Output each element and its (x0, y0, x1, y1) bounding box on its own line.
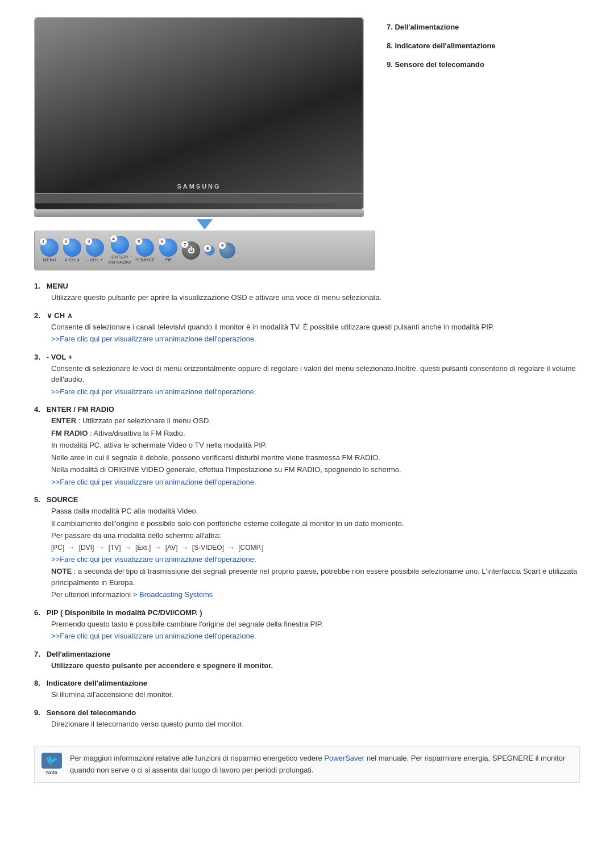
item-6-link[interactable]: >>Fare clic qui per visualizzare un'anim… (51, 632, 256, 640)
item-5-body: Passa dalla modalità PC alla modalità Vi… (51, 506, 580, 600)
btn-group-9: 9 (219, 243, 235, 258)
item-4-line2: FM RADIO : Attiva/disattiva la FM Radio. (51, 428, 580, 439)
item-7-text: Utilizzare questo pulsante per accendere… (51, 660, 580, 671)
side-label-8: 8. Indicatore dell'alimentazione (387, 41, 580, 50)
item-6-name: PIP ( Disponibile in modalità PC/DVI/COM… (47, 608, 202, 617)
bird-icon: 🐦 (45, 754, 58, 767)
item-6-number: 6. (34, 608, 40, 617)
side-label-7-title: 7. Dell'alimentazione (387, 23, 459, 31)
note-icon-container: 🐦 Nota (40, 753, 63, 775)
item-5-line2: Il cambiamento dell'origine è possibile … (51, 518, 580, 529)
btn-number-9: 9 (218, 241, 226, 249)
item-9-name: Sensore del telecomando (47, 708, 136, 717)
item-5-line4: [PC] → [DVI] → [TV] → [Ext.] → [AV] → [S… (51, 542, 580, 553)
item-1: 1. MENU Utilizzare questo pulsante per a… (34, 282, 580, 303)
item-6-body: Premendo questo tasto è possibile cambia… (51, 619, 580, 642)
btn-menu[interactable]: 1 (40, 239, 59, 257)
item-1-text: Utilizzare questo pulsante per aprire la… (51, 292, 580, 303)
item-9: 9. Sensore del telecomando Direzionare i… (34, 708, 580, 730)
item-4-line1: ENTER : Utilizzato per selezionare il me… (51, 415, 580, 427)
side-label-9-title: 9. Sensore del telecomando (387, 60, 484, 69)
item-5: 5. SOURCE Passa dalla modalità PC alla m… (34, 495, 580, 600)
btn-group-6: 6 PIP (159, 239, 177, 263)
item-6-text: Premendo questo tasto è possibile cambia… (51, 619, 580, 630)
btn-power[interactable]: 7 ⏻ (182, 241, 200, 260)
btn-label-6: PIP (165, 258, 172, 263)
item-3: 3. - VOL + Consente di selezionare le vo… (34, 353, 580, 398)
item-4-line5: Nella modalità di ORIGINE VIDEO generale… (51, 464, 580, 475)
powersaver-link[interactable]: PowerSaver (324, 754, 364, 762)
item-7: 7. Dell'alimentazione Utilizzare questo … (34, 650, 580, 671)
btn-label-2: ∨ CH ∧ (64, 258, 80, 263)
btn-number-5: 5 (135, 237, 143, 245)
item-4-number: 4. (34, 405, 40, 414)
item-1-name: MENU (47, 282, 68, 290)
broadcasting-systems-link[interactable]: Broadcasting Systems (139, 590, 213, 599)
item-8-title: 8. Indicatore dell'alimentazione (34, 679, 580, 687)
item-5-line3: Per passare da una modalità dello scherm… (51, 530, 580, 541)
btn-number-3: 3 (85, 237, 93, 245)
top-section: SAMSUNG 1 MENU 2 ∨ CH (34, 17, 580, 270)
item-3-title: 3. - VOL + (34, 353, 580, 361)
btn-indicator: 8 (205, 245, 215, 256)
btn-enter[interactable]: 4 (111, 236, 129, 254)
item-4-body: ENTER : Utilizzato per selezionare il me… (51, 415, 580, 487)
item-5-link[interactable]: >>Fare clic qui per visualizzare un'anim… (51, 555, 256, 564)
item-8-name: Indicatore dell'alimentazione (47, 679, 147, 687)
btn-label-4: ENTER/FM RADIO (109, 255, 131, 265)
btn-group-1: 1 MENU (40, 239, 59, 263)
item-7-name: Dell'alimentazione (47, 650, 111, 658)
btn-number-1: 1 (39, 237, 47, 245)
item-8: 8. Indicatore dell'alimentazione Si illu… (34, 679, 580, 700)
item-2-title: 2. ∨ CH ∧ (34, 311, 580, 320)
item-3-text: Consente di selezionare le voci di menu … (51, 363, 580, 385)
side-labels: 7. Dell'alimentazione 8. Indicatore dell… (387, 17, 580, 79)
item-4-link[interactable]: >>Fare clic qui per visualizzare un'anim… (51, 478, 256, 486)
item-8-number: 8. (34, 679, 40, 687)
item-4-name: ENTER / FM RADIO (47, 405, 114, 414)
nota-icon: 🐦 (42, 753, 62, 769)
item-5-name: SOURCE (47, 495, 78, 504)
btn-vol[interactable]: 3 (86, 239, 104, 257)
item-6-title: 6. PIP ( Disponibile in modalità PC/DVI/… (34, 608, 580, 617)
item-5-number: 5. (34, 495, 40, 504)
btn-label-5: SOURCE (135, 258, 155, 263)
btn-number-8: 8 (204, 244, 211, 252)
btn-pip[interactable]: 6 (159, 239, 177, 257)
btn-number-4: 4 (110, 235, 118, 243)
monitor-image: SAMSUNG (34, 17, 364, 210)
item-7-number: 7. (34, 650, 40, 658)
item-1-number: 1. (34, 282, 40, 290)
power-icon: ⏻ (188, 247, 194, 254)
item-2-name: ∨ CH ∧ (47, 311, 73, 320)
monitor-bottom-bar (35, 193, 363, 203)
item-3-number: 3. (34, 353, 40, 361)
monitor-area: SAMSUNG 1 MENU 2 ∨ CH (34, 17, 375, 270)
item-2-number: 2. (34, 311, 40, 320)
btn-ch[interactable]: 2 (63, 239, 81, 257)
btn-label-3: - VOL + (87, 258, 103, 263)
item-4-title: 4. ENTER / FM RADIO (34, 405, 580, 414)
note-content: Per maggiori informazioni relative alle … (70, 753, 574, 777)
button-strip: 1 MENU 2 ∨ CH ∧ 3 - VOL + (34, 231, 375, 270)
btn-number-2: 2 (62, 237, 70, 245)
item-4-line3: In modalità PC, attiva le schermate Vide… (51, 440, 580, 451)
btn-source[interactable]: 5 (136, 239, 154, 257)
item-5-extra: Per ulteriori informazioni > Broadcastin… (51, 589, 580, 600)
note-text-before: Per maggiori informazioni relative alle … (70, 754, 324, 762)
item-6: 6. PIP ( Disponibile in modalità PC/DVI/… (34, 608, 580, 642)
item-2-link[interactable]: >>Fare clic qui per visualizzare un'anim… (51, 335, 256, 343)
item-2: 2. ∨ CH ∧ Consente di selezionare i cana… (34, 311, 580, 345)
btn-label-1: MENU (43, 258, 56, 263)
btn-group-3: 3 - VOL + (86, 239, 104, 263)
btn-group-7: 7 ⏻ (182, 241, 200, 260)
item-1-title: 1. MENU (34, 282, 580, 290)
item-5-line1: Passa dalla modalità PC alla modalità Vi… (51, 506, 580, 517)
main-content: 1. MENU Utilizzare questo pulsante per a… (34, 282, 580, 729)
page: SAMSUNG 1 MENU 2 ∨ CH (0, 0, 614, 806)
item-8-text: Si illumina all'accensione del monitor. (51, 689, 580, 700)
btn-group-5: 5 SOURCE (135, 239, 155, 263)
item-2-body: Consente di selezionare i canali televis… (51, 322, 580, 345)
item-9-number: 9. (34, 708, 40, 717)
item-3-link[interactable]: >>Fare clic qui per visualizzare un'anim… (51, 387, 256, 396)
